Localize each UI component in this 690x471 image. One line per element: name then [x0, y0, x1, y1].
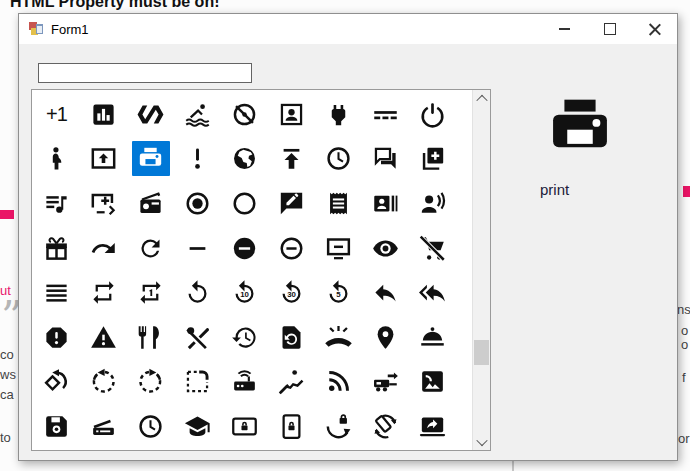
scroll-up-button[interactable] [473, 90, 490, 107]
icon-school[interactable] [174, 404, 221, 449]
icon-repeat[interactable] [80, 270, 127, 315]
icon-pregnant_woman[interactable] [33, 137, 80, 182]
icon-screen_lock_landscape[interactable] [221, 404, 268, 449]
icon-rounded_corner[interactable] [174, 360, 221, 405]
icon-portable_wifi_off[interactable] [221, 92, 268, 137]
icon-plus_one[interactable]: +1 [33, 92, 80, 137]
icon-queue_play_next[interactable] [80, 181, 127, 226]
form1-window: Form1 +110305 print [18, 13, 678, 461]
icon-question_answer[interactable] [362, 137, 409, 182]
svg-text:5: 5 [336, 290, 341, 299]
background-table-border [512, 460, 514, 471]
close-button[interactable] [632, 14, 677, 44]
icon-rss_feed[interactable] [315, 360, 362, 405]
winforms-app-icon [28, 21, 44, 37]
background-heading: HTML Property must be on! [10, 0, 220, 11]
icon-reply[interactable] [362, 270, 409, 315]
maximize-button[interactable] [587, 14, 632, 44]
scrollbar-thumb[interactable] [474, 340, 489, 365]
icon-room_service[interactable] [409, 315, 456, 360]
icon-refresh[interactable] [127, 226, 174, 271]
icon-repeat_one[interactable] [127, 270, 174, 315]
icon-remove_circle_outline[interactable] [268, 226, 315, 271]
background-text-fragment: ca [0, 387, 14, 402]
icon-restaurant[interactable] [127, 315, 174, 360]
icon-restore[interactable] [221, 315, 268, 360]
icon-power_settings_new[interactable] [409, 92, 456, 137]
icon-remove_circle[interactable] [221, 226, 268, 271]
icon-room[interactable] [362, 315, 409, 360]
filter-textbox[interactable] [38, 63, 252, 83]
icon-replay_10[interactable]: 10 [221, 270, 268, 315]
minimize-button[interactable] [542, 14, 587, 44]
icon-query_builder[interactable] [315, 137, 362, 182]
icon-queue[interactable] [409, 137, 456, 182]
pink-highlight-band-right [683, 186, 690, 197]
icon-listview[interactable]: +110305 [31, 89, 491, 451]
icon-satellite[interactable] [409, 360, 456, 405]
icon-rotate_left[interactable] [80, 360, 127, 405]
icon-rotate_right[interactable] [127, 360, 174, 405]
icon-rowing[interactable] [268, 360, 315, 405]
svg-text:30: 30 [287, 290, 296, 299]
scroll-down-button[interactable] [473, 433, 490, 450]
icon-restore_page[interactable] [268, 315, 315, 360]
icon-remove_red_eye[interactable] [362, 226, 409, 271]
close-icon [648, 22, 662, 36]
icon-polymer[interactable] [127, 92, 174, 137]
icon-replay_5[interactable]: 5 [315, 270, 362, 315]
icon-schedule[interactable] [127, 404, 174, 449]
icon-portrait[interactable] [268, 92, 315, 137]
icon-priority_high[interactable] [174, 137, 221, 182]
pink-highlight-band-left [0, 210, 14, 219]
icon-report_problem[interactable] [80, 315, 127, 360]
icon-radio_button_checked[interactable] [174, 181, 221, 226]
icon-reply_all[interactable] [409, 270, 456, 315]
icon-remove_shopping_cart[interactable] [409, 226, 456, 271]
icon-reorder[interactable] [33, 270, 80, 315]
icon-router[interactable] [221, 360, 268, 405]
icon-power[interactable] [315, 92, 362, 137]
background-text-fragment: o [681, 337, 688, 352]
icon-record_voice_over[interactable] [409, 181, 456, 226]
icon-print[interactable] [127, 137, 174, 182]
icon-redeem[interactable] [33, 226, 80, 271]
icon-ring_volume[interactable] [315, 315, 362, 360]
background-text-fragment: co [0, 347, 14, 362]
icon-public[interactable] [221, 137, 268, 182]
icon-radio_button_unchecked[interactable] [221, 181, 268, 226]
icon-rate_review[interactable] [268, 181, 315, 226]
icon-replay[interactable] [174, 270, 221, 315]
icon-restaurant_menu[interactable] [174, 315, 221, 360]
maximize-icon [604, 23, 616, 35]
icon-power_input[interactable] [362, 92, 409, 137]
icon-remove_from_queue[interactable] [315, 226, 362, 271]
window-title: Form1 [51, 22, 89, 37]
icon-screen_lock_portrait[interactable] [268, 404, 315, 449]
icon-screen_share[interactable] [409, 404, 456, 449]
icon-poll[interactable] [80, 92, 127, 137]
icon-screen_lock_rotation[interactable] [315, 404, 362, 449]
background-text-fragment: ws [0, 367, 16, 382]
icon-grid: +110305 [33, 92, 456, 449]
icon-remove[interactable] [174, 226, 221, 271]
vertical-scrollbar[interactable] [472, 90, 490, 450]
icon-rv_hookup[interactable] [362, 360, 409, 405]
icon-save[interactable] [33, 404, 80, 449]
icon-screen_rotation[interactable] [362, 404, 409, 449]
chevron-down-icon [476, 434, 487, 445]
icon-rotate_90_degrees_ccw[interactable] [33, 360, 80, 405]
minimize-icon [559, 28, 570, 30]
icon-receipt[interactable] [315, 181, 362, 226]
icon-pool[interactable] [174, 92, 221, 137]
icon-redo[interactable] [80, 226, 127, 271]
background-text-fragment: f [682, 370, 686, 385]
icon-publish[interactable] [268, 137, 315, 182]
icon-report[interactable] [33, 315, 80, 360]
icon-radio[interactable] [127, 181, 174, 226]
icon-queue_music[interactable] [33, 181, 80, 226]
icon-scanner[interactable] [80, 404, 127, 449]
icon-replay_30[interactable]: 30 [268, 270, 315, 315]
icon-recent_actors[interactable] [362, 181, 409, 226]
icon-present_to_all[interactable] [80, 137, 127, 182]
